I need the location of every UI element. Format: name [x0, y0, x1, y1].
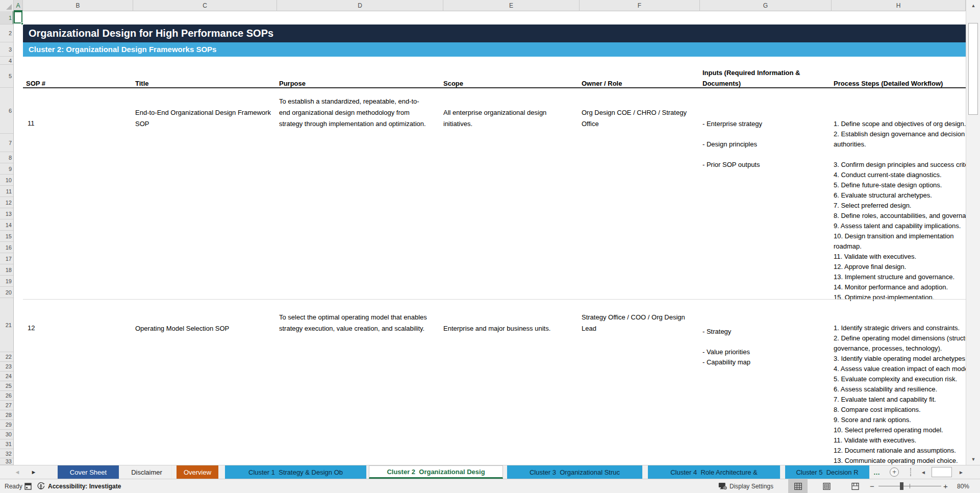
zoom-100-tick [910, 484, 910, 488]
accessibility-checker-icon[interactable] [37, 479, 45, 493]
row-header-21[interactable]: 21 [0, 298, 14, 352]
cell-sop-title[interactable]: Operating Model Selection SOP [135, 323, 229, 334]
column-header-D[interactable]: D [277, 0, 443, 11]
row-header-15[interactable]: 15 [0, 231, 14, 242]
row-header-24[interactable]: 24 [0, 372, 14, 381]
sheet-tab-disclaimer[interactable]: Disclaimer [122, 465, 172, 479]
new-sheet-button[interactable]: + [890, 467, 899, 477]
row-header-7[interactable]: 7 [0, 134, 14, 152]
row-header-9[interactable]: 9 [0, 163, 14, 175]
sheet-tab-cluster-3-organizational-struc[interactable]: Cluster 3 Organizational Struc [507, 465, 643, 479]
zoom-in-button[interactable]: + [943, 479, 948, 493]
tab-splitter-handle[interactable] [910, 468, 911, 476]
tab-nav-left-icon[interactable]: ◄ [10, 465, 24, 479]
accessibility-status-label[interactable]: Accessibility: Investigate [48, 479, 121, 493]
sheet-tab-cluster-4-role-architecture[interactable]: Cluster 4 Role Architecture & [648, 465, 781, 479]
fill-handle[interactable] [21, 22, 23, 25]
row-header-30[interactable]: 30 [0, 430, 14, 439]
column-header-C[interactable]: C [133, 0, 277, 11]
sheet-tab-cover-sheet[interactable]: Cover Sheet [58, 465, 119, 479]
column-header-G[interactable]: G [700, 0, 832, 11]
horizontal-scroll-thumb[interactable] [932, 467, 952, 477]
row-header-32[interactable]: 32 [0, 449, 14, 458]
row-header-14[interactable]: 14 [0, 219, 14, 231]
cell-sop-title[interactable]: End-to-End Organizational Design Framewo… [135, 107, 271, 130]
zoom-slider-thumb[interactable] [900, 482, 903, 490]
cell-sop-owner[interactable]: Org Design COE / CHRO / Strategy Office [582, 107, 687, 130]
cell-sop-inputs[interactable]: - Strategy - Value priorities - Capabili… [702, 327, 750, 367]
row-header-17[interactable]: 17 [0, 253, 14, 264]
cell-sop-owner[interactable]: Strategy Office / COO / Org Design Lead [582, 312, 685, 334]
row-header-12[interactable]: 12 [0, 197, 14, 208]
row-header-16[interactable]: 16 [0, 242, 14, 253]
vertical-scrollbar[interactable]: ▲ ▼ [966, 0, 980, 465]
cell-sop-scope[interactable]: All enterprise organizational design ini… [443, 107, 546, 130]
row-header-18[interactable]: 18 [0, 264, 14, 276]
macro-record-icon[interactable] [24, 479, 32, 493]
sheet-tab-cluster-1-strategy-design-ob[interactable]: Cluster 1 Strategy & Design Ob [225, 465, 367, 479]
row-header-29[interactable]: 29 [0, 420, 14, 430]
hscroll-left-icon[interactable]: ◄ [918, 465, 928, 479]
row-header-11[interactable]: 11 [0, 186, 14, 197]
row-header-13[interactable]: 13 [0, 208, 14, 219]
normal-view-button[interactable] [788, 479, 808, 493]
row-header-8[interactable]: 8 [0, 152, 14, 163]
column-header-strip: ABCDEFGH [0, 0, 966, 11]
row-header-10[interactable]: 10 [0, 175, 14, 186]
row-header-20[interactable]: 20 [0, 287, 14, 298]
row-header-28[interactable]: 28 [0, 410, 14, 420]
row-header-3[interactable]: 3 [0, 42, 14, 57]
cell-sop-steps[interactable]: 1. Identify strategic drivers and constr… [834, 323, 966, 465]
tab-overflow-icon[interactable]: … [873, 465, 880, 479]
row-header-33[interactable]: 33 [0, 458, 14, 465]
display-settings-label[interactable]: Display Settings [730, 479, 773, 493]
column-header-F[interactable]: F [580, 0, 700, 11]
column-header-B[interactable]: B [23, 0, 133, 11]
row-header-19[interactable]: 19 [0, 276, 14, 287]
sheet-tab-overview[interactable]: Overview [177, 465, 219, 479]
row-header-23[interactable]: 23 [0, 362, 14, 372]
scroll-down-icon[interactable]: ▼ [966, 454, 980, 465]
column-header-H[interactable]: H [832, 0, 966, 11]
cell-sop-purpose[interactable]: To establish a standardized, repeatable,… [279, 96, 426, 130]
column-header-E[interactable]: E [443, 0, 580, 11]
sheet-tab-cluster-5-decision-r[interactable]: Cluster 5 Decision R [785, 465, 870, 479]
cell-sop-number[interactable]: 11 [28, 118, 35, 129]
vertical-scroll-thumb[interactable] [968, 23, 978, 115]
scroll-up-icon[interactable]: ▲ [966, 0, 980, 11]
select-all-button[interactable] [0, 0, 14, 11]
row-separator [23, 299, 966, 300]
row-header-22[interactable]: 22 [0, 352, 14, 362]
cell-sop-scope[interactable]: Enterprise and major business units. [443, 323, 550, 334]
row-header-6[interactable]: 6 [0, 88, 14, 134]
selected-cell-a1[interactable] [14, 11, 22, 23]
row-header-2[interactable]: 2 [0, 24, 14, 42]
workbook-title-banner: Organizational Design for High Performan… [23, 24, 966, 42]
sheet-grid[interactable]: Organizational Design for High Performan… [14, 11, 966, 465]
page-break-view-button[interactable] [845, 479, 865, 493]
status-bar: Ready Accessibility: Investigate Display… [0, 479, 980, 493]
row-header-4[interactable]: 4 [0, 57, 14, 65]
row-header-27[interactable]: 27 [0, 401, 14, 410]
select-all-icon [6, 4, 12, 10]
row-header-strip: 1234567891011121314151617181920212223242… [0, 11, 14, 465]
row-header-26[interactable]: 26 [0, 391, 14, 401]
tab-nav-right-icon[interactable]: ► [27, 465, 41, 479]
status-ready-label: Ready [5, 479, 22, 493]
row-header-5[interactable]: 5 [0, 65, 14, 88]
sheet-tab-cluster-2-organizational-desig[interactable]: Cluster 2 Organizational Desig [369, 465, 503, 479]
zoom-out-button[interactable]: − [870, 479, 874, 493]
cell-sop-steps[interactable]: 1. Define scope and objectives of org de… [834, 119, 966, 303]
row-header-1[interactable]: 1 [0, 11, 14, 24]
cell-sop-purpose[interactable]: To select the optimal operating model th… [279, 312, 427, 334]
cell-sop-number[interactable]: 12 [28, 323, 35, 333]
column-header-A[interactable]: A [14, 0, 23, 11]
zoom-level-label[interactable]: 80% [957, 479, 969, 493]
hscroll-right-icon[interactable]: ► [956, 465, 966, 479]
page-layout-view-button[interactable] [817, 479, 836, 493]
display-settings-icon[interactable] [718, 479, 728, 493]
row-header-31[interactable]: 31 [0, 439, 14, 449]
row-header-25[interactable]: 25 [0, 381, 14, 391]
cluster-subtitle-banner: Cluster 2: Organizational Design Framewo… [23, 42, 966, 57]
cell-sop-inputs[interactable]: - Enterprise strategy - Design principle… [702, 119, 762, 170]
